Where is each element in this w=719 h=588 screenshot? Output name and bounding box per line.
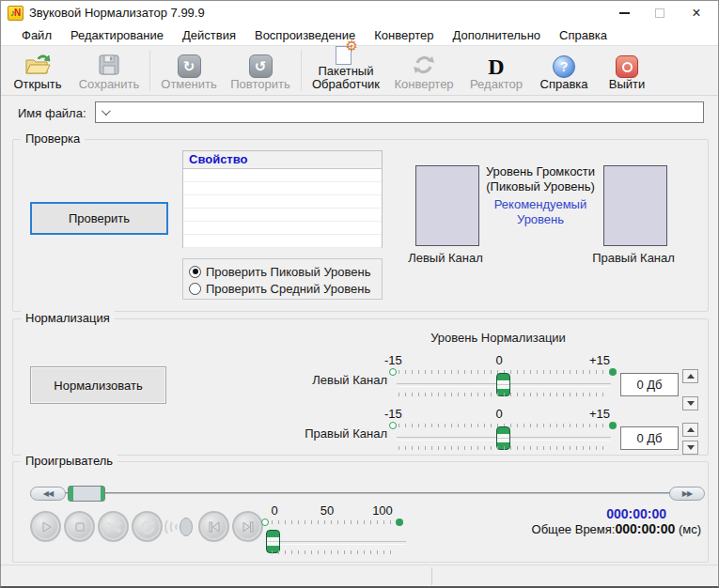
scale-min-label: -15: [384, 407, 402, 421]
undo-arrow-icon: ↻: [178, 50, 201, 78]
app-window: ♪N Звуковой Нормализатор 7.99.9 × Файл Р…: [0, 0, 719, 588]
norm-left-channel-label: Левый Канал: [295, 373, 387, 387]
right-db-value[interactable]: 0 Дб: [620, 426, 679, 450]
seek-forward-button[interactable]: ▶▶: [669, 487, 705, 501]
volume-ticks: [272, 550, 394, 554]
play-icon: [38, 518, 55, 535]
save-floppy-icon: [95, 50, 123, 78]
toolbar-redo-button[interactable]: ↺ Повторить: [224, 47, 297, 94]
repeat-icon: [139, 518, 156, 535]
toolbar: Открыть Сохранить ↻ Отменить ↺ Повторить: [1, 46, 718, 96]
scale-zero-label: 0: [490, 407, 508, 421]
status-bar-divider: [431, 567, 432, 585]
volume-max-label: 100: [370, 503, 395, 518]
slider-min-marker: [389, 368, 397, 376]
window-title: Звуковой Нормализатор 7.99.9: [29, 6, 205, 20]
table-row[interactable]: [183, 169, 382, 182]
scale-max-label: +15: [582, 407, 610, 421]
menu-extra[interactable]: Дополнительно: [443, 26, 550, 44]
menu-edit[interactable]: Редактирование: [61, 26, 173, 44]
radio-peak-level[interactable]: Проверить Пиковый Уровень: [189, 263, 382, 280]
filename-combobox[interactable]: [95, 101, 704, 123]
table-row[interactable]: [183, 195, 382, 209]
minimize-button[interactable]: [605, 1, 643, 25]
toolbar-editor-button[interactable]: D Редактор: [461, 47, 531, 94]
radio-button-icon: [189, 266, 201, 278]
normalization-level-title: Уровень Нормализации: [376, 331, 620, 345]
close-button[interactable]: ×: [679, 1, 714, 25]
normalize-button[interactable]: Нормализовать: [30, 366, 166, 404]
current-time: 000:00:00: [427, 506, 701, 521]
table-row[interactable]: [183, 222, 382, 235]
menu-converter[interactable]: Конвертер: [365, 26, 443, 44]
editor-d-icon: D: [488, 50, 504, 78]
shuffle-button[interactable]: [98, 511, 129, 542]
volume-mid-label: 50: [318, 503, 336, 518]
exit-power-icon: [616, 50, 638, 78]
total-time-label: Общее Время:: [532, 522, 616, 536]
table-row[interactable]: [183, 209, 382, 222]
app-icon: ♪N: [8, 6, 23, 21]
left-spin-down-button[interactable]: [682, 396, 698, 410]
shuffle-icon: [104, 518, 123, 535]
seek-handle[interactable]: [68, 486, 105, 502]
left-db-value[interactable]: 0 Дб: [620, 373, 679, 396]
play-button[interactable]: [30, 511, 61, 542]
skip-forward-icon: [240, 518, 257, 535]
open-folder-icon: [23, 50, 53, 78]
seek-back-button[interactable]: ◀◀: [30, 487, 66, 501]
repeat-button[interactable]: [132, 511, 163, 542]
recommended-level-link[interactable]: Рекомендуемый Уровень: [479, 197, 602, 227]
converter-cycle-icon: [411, 50, 437, 78]
volume-min-marker: [261, 518, 269, 526]
check-button[interactable]: Проверить: [30, 202, 168, 235]
property-table-header: Свойство: [183, 151, 382, 169]
seek-track[interactable]: [47, 492, 686, 494]
volume-track[interactable]: [270, 541, 406, 545]
slider-ticks: [399, 393, 607, 396]
previous-button[interactable]: [198, 511, 229, 542]
menu-bar: Файл Редактирование Действия Воспроизвед…: [1, 25, 718, 46]
menu-actions[interactable]: Действия: [173, 26, 245, 44]
scale-max-label: +15: [582, 353, 610, 367]
radio-button-icon: [189, 283, 201, 295]
stop-button[interactable]: [64, 511, 95, 542]
right-channel-label: Правый Канал: [586, 251, 680, 265]
slider-min-marker: [389, 422, 397, 429]
toolbar-undo-button[interactable]: ↻ Отменить: [154, 47, 224, 94]
stop-icon: [71, 518, 88, 535]
toolbar-separator: [149, 50, 150, 91]
menu-help[interactable]: Справка: [550, 26, 617, 44]
batch-processor-icon: ⚙: [334, 44, 358, 65]
toolbar-converter-button[interactable]: Конвертер: [386, 47, 461, 94]
volume-button[interactable]: [163, 511, 196, 542]
right-spin-down-button[interactable]: [682, 441, 698, 455]
toolbar-batch-button[interactable]: ⚙ Пакетный Обработчик: [305, 47, 386, 94]
check-group-label: Проверка: [21, 132, 85, 146]
toolbar-help-button[interactable]: ? Справка: [531, 47, 597, 94]
toolbar-exit-button[interactable]: Выйти: [597, 47, 657, 94]
help-question-icon: ?: [553, 50, 575, 78]
player-group-label: Проигрыватель: [21, 454, 117, 468]
toolbar-save-button[interactable]: Сохранить: [72, 47, 146, 94]
next-button[interactable]: [232, 511, 263, 542]
minimize-icon: [619, 12, 630, 14]
table-row[interactable]: [183, 235, 382, 248]
table-row[interactable]: [183, 182, 382, 195]
right-channel-meter: [603, 165, 667, 246]
up-arrow-icon: [687, 427, 695, 432]
skip-back-icon: [206, 518, 223, 535]
left-spin-up-button[interactable]: [682, 369, 698, 383]
menu-file[interactable]: Файл: [12, 26, 61, 44]
normalize-group: Нормализация Нормализовать Уровень Норма…: [12, 318, 709, 456]
radio-mean-level[interactable]: Проверить Средний Уровень: [189, 280, 382, 297]
maximize-button[interactable]: [641, 1, 679, 25]
right-spin-up-button[interactable]: [682, 423, 698, 437]
check-mode-panel: Проверить Пиковый Уровень Проверить Сред…: [182, 258, 383, 300]
close-icon: ×: [692, 5, 700, 22]
toolbar-open-button[interactable]: Открыть: [3, 47, 72, 94]
total-time-row: Общее Время:000:00:00 (мс): [427, 521, 701, 536]
slider-max-marker: [609, 368, 617, 376]
filename-input[interactable]: [108, 102, 703, 122]
scale-zero-label: 0: [490, 353, 508, 367]
